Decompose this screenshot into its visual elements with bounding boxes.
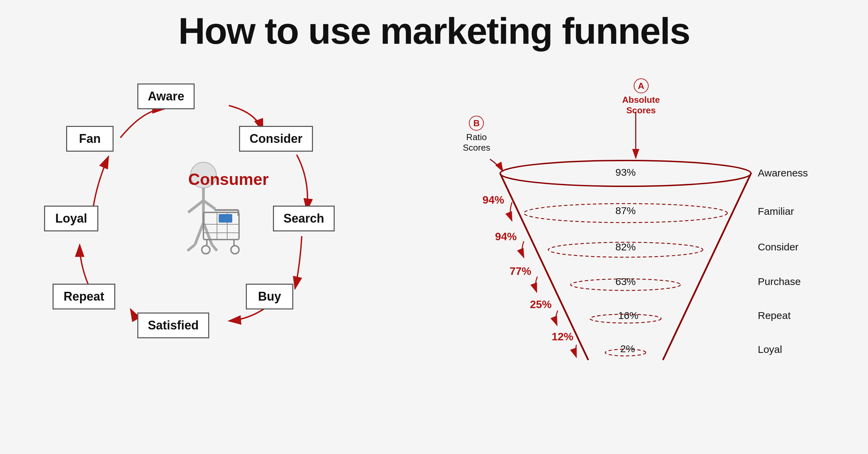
funnel-diagram: A Absolute Scores B Ratio Scores bbox=[422, 65, 829, 387]
pct-loyal: 2% bbox=[611, 343, 645, 355]
svg-line-5 bbox=[195, 223, 203, 245]
node-buy: Buy bbox=[246, 284, 293, 309]
label-repeat: Repeat bbox=[758, 310, 791, 321]
svg-line-7 bbox=[188, 245, 195, 251]
svg-line-3 bbox=[188, 201, 203, 212]
ratio-familiar: 94% bbox=[495, 230, 517, 243]
node-repeat: Repeat bbox=[53, 284, 115, 309]
node-satisfied: Satisfied bbox=[137, 313, 209, 338]
svg-line-24 bbox=[663, 173, 751, 360]
ratio-aware: 94% bbox=[482, 194, 504, 206]
node-loyal: Loyal bbox=[44, 206, 98, 231]
svg-point-15 bbox=[231, 246, 239, 254]
node-consider: Consider bbox=[239, 126, 313, 152]
node-aware: Aware bbox=[137, 83, 195, 109]
svg-rect-20 bbox=[219, 214, 232, 223]
svg-point-14 bbox=[202, 246, 210, 254]
page-title: How to use marketing funnels bbox=[178, 10, 690, 51]
funnel-svg bbox=[422, 65, 829, 387]
content-area: Aware Consider Search Buy Satisfied Repe… bbox=[0, 65, 868, 387]
label-awareness: Awareness bbox=[758, 167, 808, 179]
pct-consider: 82% bbox=[605, 241, 646, 253]
pct-awareness: 93% bbox=[605, 167, 646, 178]
journey-diagram: Aware Consider Search Buy Satisfied Repe… bbox=[39, 65, 395, 387]
consumer-label: Consumer bbox=[188, 170, 269, 189]
label-loyal: Loyal bbox=[758, 344, 782, 355]
ratio-purchase: 25% bbox=[530, 298, 552, 311]
pct-repeat: 16% bbox=[608, 310, 649, 321]
pct-purchase: 63% bbox=[605, 276, 646, 287]
ratio-consider: 77% bbox=[510, 265, 531, 278]
svg-line-6 bbox=[203, 223, 212, 245]
node-search: Search bbox=[273, 206, 335, 231]
svg-line-8 bbox=[212, 245, 217, 251]
label-familiar: Familiar bbox=[758, 206, 794, 217]
node-fan: Fan bbox=[66, 126, 114, 152]
ratio-repeat: 12% bbox=[552, 330, 573, 343]
svg-line-4 bbox=[203, 201, 215, 209]
pct-familiar: 87% bbox=[605, 205, 646, 216]
label-purchase: Purchase bbox=[758, 276, 801, 287]
label-consider: Consider bbox=[758, 241, 798, 253]
